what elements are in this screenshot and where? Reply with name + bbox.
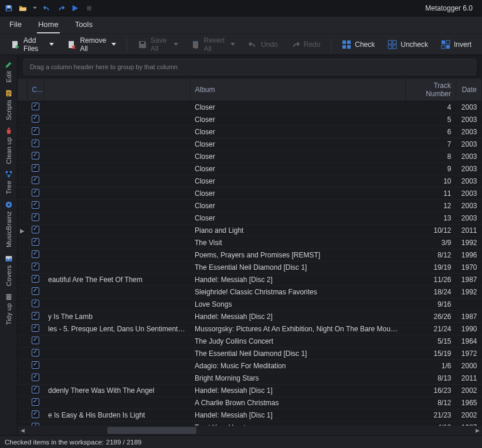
table-row[interactable]: ▶Piano and Light10/122011 <box>18 225 482 237</box>
cell-date[interactable]: 2003 <box>456 200 482 212</box>
row-checkbox[interactable] <box>27 101 43 114</box>
cell-title[interactable] <box>43 225 190 237</box>
table-row[interactable]: Closer82003 <box>18 151 482 163</box>
sidebar-item-edit[interactable]: Edit <box>0 57 17 84</box>
column-album[interactable]: Album <box>190 79 406 101</box>
sidebar-item-tree[interactable]: Tree <box>0 167 17 195</box>
row-checkbox[interactable] <box>27 409 43 422</box>
cell-title[interactable] <box>43 163 190 175</box>
column-check[interactable]: C... <box>27 79 43 101</box>
cell-track[interactable]: 5/15 <box>406 335 456 348</box>
cell-album[interactable]: Sleighride! Classic Christmas Favorites <box>190 286 406 298</box>
scroll-right-icon[interactable]: ▶ <box>473 426 482 435</box>
cell-album[interactable]: Trust Your Heart <box>190 422 406 426</box>
cell-date[interactable]: 1964 <box>456 335 482 348</box>
table-row[interactable]: Closer122003 <box>18 200 482 212</box>
cell-track[interactable]: 15/19 <box>406 348 456 360</box>
cell-album[interactable]: Closer <box>190 101 406 114</box>
cell-track[interactable]: 19/19 <box>406 262 456 274</box>
cell-album[interactable]: Handel: Messiah [Disc 1] <box>190 385 406 397</box>
scroll-left-icon[interactable]: ◀ <box>18 426 27 435</box>
cell-date[interactable]: 2003 <box>456 188 482 200</box>
row-checkbox[interactable] <box>27 360 43 372</box>
open-icon[interactable] <box>19 4 27 12</box>
cell-title[interactable] <box>43 101 190 114</box>
cell-date[interactable] <box>456 298 482 311</box>
cell-date[interactable]: 2003 <box>456 138 482 151</box>
cell-date[interactable]: 1992 <box>456 237 482 249</box>
table-row[interactable]: Trust Your Heart4/101987 <box>18 422 482 426</box>
table-row[interactable]: Closer72003 <box>18 138 482 151</box>
cell-title[interactable] <box>43 335 190 348</box>
cell-date[interactable]: 2011 <box>456 225 482 237</box>
cell-title[interactable]: les - 5. Presque Lent, Dans Un Sentiment… <box>43 323 190 335</box>
row-checkbox[interactable] <box>27 323 43 335</box>
cell-date[interactable]: 1987 <box>456 311 482 323</box>
cell-album[interactable]: A Charlie Brown Christmas <box>190 397 406 409</box>
cell-album[interactable]: Closer <box>190 151 406 163</box>
cell-date[interactable]: 2003 <box>456 163 482 175</box>
table-row[interactable]: Closer62003 <box>18 126 482 138</box>
cell-date[interactable]: 1965 <box>456 397 482 409</box>
cell-date[interactable]: 1970 <box>456 262 482 274</box>
column-title[interactable] <box>43 79 190 101</box>
row-checkbox[interactable] <box>27 249 43 262</box>
cell-date[interactable]: 2003 <box>456 114 482 126</box>
scroll-thumb[interactable] <box>107 427 196 434</box>
cell-title[interactable] <box>43 298 190 311</box>
cell-album[interactable]: Closer <box>190 126 406 138</box>
row-checkbox[interactable] <box>27 188 43 200</box>
cell-title[interactable] <box>43 360 190 372</box>
table-row[interactable]: y Is The LambHandel: Messiah [Disc 2]26/… <box>18 311 482 323</box>
sidebar-item-musicbrainz[interactable]: MusicBrainz <box>0 198 17 249</box>
cell-date[interactable]: 2002 <box>456 409 482 422</box>
cell-track[interactable]: 18/24 <box>406 286 456 298</box>
save-icon[interactable] <box>5 4 13 12</box>
cell-date[interactable]: 2003 <box>456 212 482 225</box>
cell-date[interactable]: 1987 <box>456 274 482 286</box>
row-checkbox[interactable] <box>27 397 43 409</box>
cell-album[interactable]: Closer <box>190 212 406 225</box>
row-checkbox[interactable] <box>27 225 43 237</box>
table-row[interactable]: The Essential Neil Diamond [Disc 1]19/19… <box>18 262 482 274</box>
row-checkbox[interactable] <box>27 200 43 212</box>
sidebar-item-cleanup[interactable]: Clean up <box>0 124 17 165</box>
table-row[interactable]: The Visit3/91992 <box>18 237 482 249</box>
undo-icon[interactable] <box>43 4 51 12</box>
table-row[interactable]: The Judy Collins Concert5/151964 <box>18 335 482 348</box>
cell-album[interactable]: Handel: Messiah [Disc 2] <box>190 311 406 323</box>
cell-album[interactable]: Closer <box>190 114 406 126</box>
row-checkbox[interactable] <box>27 163 43 175</box>
cell-album[interactable]: Closer <box>190 188 406 200</box>
table-row[interactable]: Closer132003 <box>18 212 482 225</box>
cell-title[interactable] <box>43 151 190 163</box>
cell-track[interactable]: 9 <box>406 163 456 175</box>
table-row[interactable]: Closer92003 <box>18 163 482 175</box>
cell-date[interactable]: 1987 <box>456 422 482 426</box>
tracks-table[interactable]: C... Album Track Number Date Closer42003… <box>18 79 482 426</box>
cell-track[interactable]: 21/24 <box>406 323 456 335</box>
row-checkbox[interactable] <box>27 311 43 323</box>
row-checkbox[interactable] <box>27 286 43 298</box>
horizontal-scrollbar[interactable]: ◀ ▶ <box>18 426 482 435</box>
table-row[interactable]: e Is Easy & His Burden Is LightHandel: M… <box>18 409 482 422</box>
row-checkbox[interactable] <box>27 212 43 225</box>
invert-button[interactable]: Invert <box>436 38 476 52</box>
cell-track[interactable]: 6 <box>406 126 456 138</box>
cell-title[interactable] <box>43 262 190 274</box>
save-all-button[interactable]: Save All <box>133 34 183 55</box>
cell-track[interactable]: 7 <box>406 138 456 151</box>
cell-track[interactable]: 8/13 <box>406 372 456 385</box>
revert-all-button[interactable]: Revert All <box>186 34 240 55</box>
cell-date[interactable]: 1990 <box>456 323 482 335</box>
row-checkbox[interactable] <box>27 151 43 163</box>
cell-track[interactable]: 21/23 <box>406 409 456 422</box>
row-checkbox[interactable] <box>27 138 43 151</box>
cell-title[interactable] <box>43 249 190 262</box>
cell-album[interactable]: The Judy Collins Concert <box>190 335 406 348</box>
cell-date[interactable]: 2011 <box>456 372 482 385</box>
sidebar-item-tidyup[interactable]: Tidy up <box>0 290 17 326</box>
cell-date[interactable]: 2003 <box>456 101 482 114</box>
row-checkbox[interactable] <box>27 385 43 397</box>
cell-album[interactable]: The Visit <box>190 237 406 249</box>
